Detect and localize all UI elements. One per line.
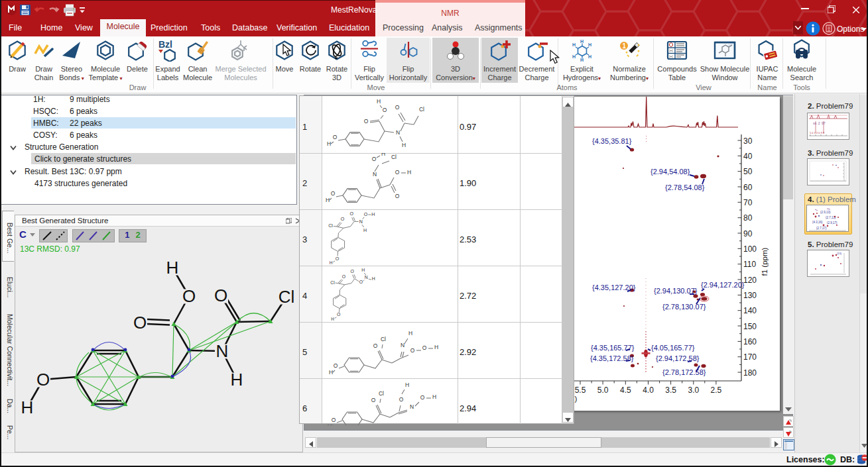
svg-text:1 0 1 2 0 9 8: 1 0 1 2 0 9 8 — [810, 131, 825, 134]
svg-text:O: O — [395, 193, 400, 199]
svg-text:O: O — [371, 397, 376, 403]
svg-text:O: O — [214, 285, 227, 305]
svg-text:{2.94,127.20}: {2.94,127.20} — [701, 281, 745, 289]
svg-text:100: 100 — [743, 244, 757, 254]
svg-text:90: 90 — [743, 229, 753, 238]
svg-text:H: H — [327, 140, 331, 147]
svg-text:O: O — [395, 169, 400, 176]
svg-text:{13}: {13} — [837, 252, 842, 255]
svg-text:O: O — [337, 312, 340, 317]
svg-text:H: H — [434, 344, 438, 350]
svg-text:O: O — [383, 107, 387, 113]
svg-text:O: O — [349, 211, 353, 217]
svg-text:O: O — [372, 156, 377, 162]
svg-text:H: H — [381, 153, 385, 157]
svg-text:50: 50 — [743, 167, 753, 176]
svg-text:N: N — [365, 275, 368, 280]
svg-text:O: O — [342, 274, 345, 279]
svg-text:H: H — [408, 330, 412, 337]
svg-text:Cl: Cl — [379, 390, 384, 397]
svg-text:H: H — [328, 423, 332, 425]
svg-text:120: 120 — [743, 276, 757, 285]
svg-text:80: 80 — [743, 213, 753, 223]
svg-text:H: H — [21, 397, 34, 417]
svg-text:2.5: 2.5 — [711, 386, 722, 395]
svg-text:H: H — [166, 258, 179, 278]
svg-text:O: O — [359, 280, 363, 284]
svg-text:{2.94,172.58}: {2.94,172.58} — [656, 354, 700, 362]
svg-text:Cl: Cl — [419, 106, 424, 113]
svg-text:H: H — [588, 42, 591, 47]
svg-text:H: H — [330, 260, 333, 265]
svg-text:160: 160 — [743, 337, 757, 346]
svg-text:{2.78,54.08}: {2.78,54.08} — [665, 183, 705, 191]
svg-text:{4.05,165.77}: {4.05,165.77} — [651, 344, 695, 352]
svg-text:O: O — [333, 134, 338, 140]
svg-text:5.0: 5.0 — [597, 386, 609, 395]
svg-text:1: 1 — [623, 42, 627, 50]
svg-text:O: O — [364, 118, 369, 125]
svg-text:H: H — [372, 276, 375, 281]
svg-text:O: O — [395, 104, 400, 111]
svg-text:N: N — [359, 219, 363, 225]
svg-text:H: H — [326, 197, 330, 203]
svg-text:H: H — [363, 228, 367, 233]
svg-text:150: 150 — [743, 322, 757, 331]
svg-text:H: H — [580, 39, 584, 44]
svg-text:O: O — [341, 217, 345, 222]
svg-text:N: N — [216, 341, 229, 361]
svg-text:130: 130 — [743, 291, 757, 300]
svg-text:f1 (ppm): f1 (ppm) — [761, 247, 769, 276]
svg-text:3.0: 3.0 — [688, 386, 699, 395]
svg-text:H: H — [407, 169, 411, 176]
svg-text:O: O — [334, 362, 338, 369]
svg-text:70: 70 — [743, 198, 753, 207]
svg-text:O: O — [373, 342, 378, 349]
svg-text:{2.9,17}: {2.9,17} — [827, 221, 837, 225]
svg-text:N: N — [401, 342, 404, 348]
svg-text:H: H — [231, 370, 243, 389]
svg-text:Cl: Cl — [381, 336, 386, 342]
svg-text:180: 180 — [743, 368, 757, 378]
svg-text:{2.9,13}: {2.9,13} — [820, 211, 831, 214]
svg-text:O: O — [133, 313, 147, 333]
svg-text:110: 110 — [743, 260, 756, 269]
svg-text:140: 140 — [743, 306, 757, 315]
svg-text:H: H — [371, 212, 375, 217]
svg-text:Cl: Cl — [391, 154, 397, 160]
svg-text:170: 170 — [743, 352, 757, 362]
svg-text:{4.35,165.77}: {4.35,165.77} — [591, 344, 635, 352]
svg-text:Bzl: Bzl — [158, 39, 172, 50]
svg-text:H: H — [331, 317, 334, 321]
svg-text:N: N — [373, 171, 377, 178]
svg-text:40: 40 — [743, 152, 753, 161]
svg-text:O: O — [410, 347, 415, 354]
svg-text:4.5: 4.5 — [620, 386, 631, 395]
svg-text:O: O — [420, 394, 425, 401]
svg-text:60: 60 — [743, 183, 753, 192]
svg-text:N: N — [410, 403, 414, 410]
svg-text:O: O — [336, 256, 340, 262]
svg-text:4.0: 4.0 — [643, 386, 654, 395]
svg-text:{2.78,172.58}: {2.78,172.58} — [662, 368, 706, 376]
svg-text:5.5: 5.5 — [575, 386, 586, 395]
svg-text:{2.94,54.08}: {2.94,54.08} — [651, 168, 690, 176]
svg-text:Cl: Cl — [328, 223, 333, 229]
svg-text:H: H — [405, 382, 409, 388]
svg-text:H: H — [361, 268, 365, 272]
svg-text:O: O — [364, 212, 368, 217]
svg-text:O: O — [36, 370, 50, 389]
svg-text:3.5: 3.5 — [665, 386, 676, 395]
svg-text:30: 30 — [743, 136, 753, 146]
svg-text:O: O — [422, 344, 427, 351]
svg-text:{4.3,16}: {4.3,16} — [812, 221, 823, 224]
svg-text:Cl: Cl — [279, 287, 295, 307]
svg-text:H: H — [432, 393, 436, 400]
svg-text:N: N — [396, 129, 400, 136]
svg-text:O: O — [182, 286, 196, 306]
svg-text:O: O — [331, 190, 336, 197]
svg-text:H: H — [377, 98, 381, 105]
svg-text:H: H — [329, 369, 333, 376]
svg-text:H: H — [402, 142, 406, 148]
svg-text:O: O — [399, 396, 404, 403]
